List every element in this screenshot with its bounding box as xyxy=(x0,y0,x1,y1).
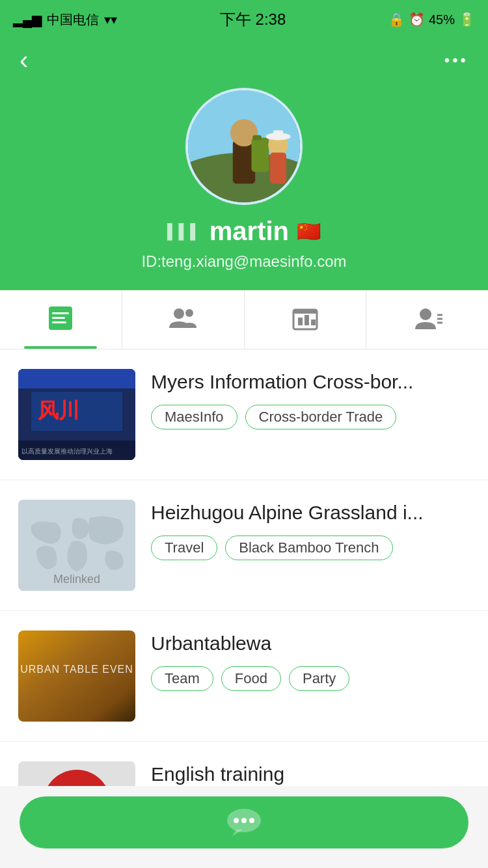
stats-icon xyxy=(290,303,320,340)
user-id-text: ID:teng.xiang@maesinfo.com xyxy=(141,252,346,271)
svg-text:Melinked: Melinked xyxy=(53,573,100,586)
tag-crossborder: Cross-border Trade xyxy=(245,405,397,429)
status-right: 🔒 ⏰ 45% 🔋 xyxy=(388,12,475,27)
list-item[interactable]: 风川 以高质量发展推动治理兴业上海 Myers Information Cros… xyxy=(0,349,488,480)
svg-rect-33 xyxy=(18,631,135,722)
more-button[interactable]: ••• xyxy=(444,51,468,70)
item-content: Heizhugou Alpine Grassland i... Travel B… xyxy=(151,500,470,560)
item-content: Myers Information Cross-bor... MaesInfo … xyxy=(151,369,470,429)
header-nav: ‹ ••• xyxy=(20,46,468,75)
status-bar: ▂▄▆ 中国电信 ▾▾ 下午 2:38 🔒 ⏰ 45% 🔋 xyxy=(0,0,488,39)
user-name-row: ▌▌▌ martin 🇨🇳 xyxy=(167,217,321,246)
tag-party: Party xyxy=(289,666,349,691)
svg-rect-20 xyxy=(311,319,316,325)
friends-icon xyxy=(168,303,198,340)
svg-rect-17 xyxy=(293,310,317,314)
back-button[interactable]: ‹ xyxy=(20,46,28,75)
item-tags: Team Food Party xyxy=(151,666,470,691)
profile-header: ‹ ••• xyxy=(0,39,488,290)
item-thumbnail: Melinked xyxy=(18,500,135,591)
svg-rect-4 xyxy=(251,138,269,172)
svg-text:URBAN TABLE EVEN: URBAN TABLE EVEN xyxy=(20,664,133,675)
item-content: Urbantablewa Team Food Party xyxy=(151,631,470,691)
avatar xyxy=(185,88,303,205)
svg-rect-12 xyxy=(52,317,65,319)
tag-team: Team xyxy=(151,666,213,691)
svg-rect-7 xyxy=(270,153,286,184)
item-tags: MaesInfo Cross-border Trade xyxy=(151,405,470,429)
status-left: ▂▄▆ 中国电信 ▾▾ xyxy=(13,11,117,29)
username-text: martin xyxy=(210,217,289,246)
country-flag: 🇨🇳 xyxy=(297,220,321,243)
status-time: 下午 2:38 xyxy=(220,9,286,30)
svg-point-46 xyxy=(249,818,254,823)
svg-text:风川: 风川 xyxy=(37,399,79,422)
item-title: Heizhugou Alpine Grassland i... xyxy=(151,500,470,525)
svg-point-15 xyxy=(185,309,193,317)
item-title: English training xyxy=(151,761,470,787)
tag-black-bamboo: Black Bamboo Trench xyxy=(225,536,392,560)
tab-posts[interactable] xyxy=(0,290,122,349)
tag-food: Food xyxy=(221,666,281,691)
item-title: Urbantablewa xyxy=(151,631,470,656)
svg-rect-5 xyxy=(252,135,261,141)
list-item[interactable]: URBAN TABLE EVEN Urbantablewa Team Food … xyxy=(0,611,488,742)
tab-profile[interactable] xyxy=(366,290,488,349)
item-thumbnail: URBAN TABLE EVEN xyxy=(18,631,135,722)
item-title: Myers Information Cross-bor... xyxy=(151,369,470,394)
alarm-icon: ⏰ xyxy=(409,12,425,27)
tag-maesinfo: MaesInfo xyxy=(151,405,237,429)
svg-point-44 xyxy=(234,818,239,823)
lock-icon: 🔒 xyxy=(388,12,405,27)
svg-point-14 xyxy=(174,308,184,319)
bottom-bar xyxy=(0,786,488,868)
list-item[interactable]: Melinked Heizhugou Alpine Grassland i...… xyxy=(0,480,488,611)
tab-friends[interactable] xyxy=(122,290,245,349)
svg-rect-26 xyxy=(18,369,135,388)
svg-rect-9 xyxy=(273,130,283,139)
battery-level: 45% xyxy=(429,12,455,27)
chat-button[interactable] xyxy=(20,796,468,848)
svg-rect-18 xyxy=(298,318,303,325)
svg-point-45 xyxy=(241,818,247,823)
wechat-id-dots: ▌▌▌ xyxy=(167,223,202,240)
tag-travel: Travel xyxy=(151,536,217,560)
avatar-image xyxy=(188,90,300,202)
tab-bar xyxy=(0,290,488,349)
tab-stats[interactable] xyxy=(245,290,367,349)
item-thumbnail: 风川 以高质量发展推动治理兴业上海 xyxy=(18,369,135,460)
svg-text:以高质量发展推动治理兴业上海: 以高质量发展推动治理兴业上海 xyxy=(21,448,113,455)
svg-rect-11 xyxy=(52,312,69,314)
profile-icon xyxy=(413,303,442,340)
svg-point-21 xyxy=(420,308,431,320)
wifi-icon: ▾▾ xyxy=(104,12,117,27)
carrier-name: 中国电信 xyxy=(47,11,99,29)
posts-icon xyxy=(46,303,75,340)
item-tags: Travel Black Bamboo Trench xyxy=(151,536,470,560)
svg-rect-13 xyxy=(52,321,66,323)
signal-icon: ▂▄▆ xyxy=(13,12,42,27)
battery-icon: 🔋 xyxy=(459,12,475,27)
svg-rect-19 xyxy=(305,315,309,325)
